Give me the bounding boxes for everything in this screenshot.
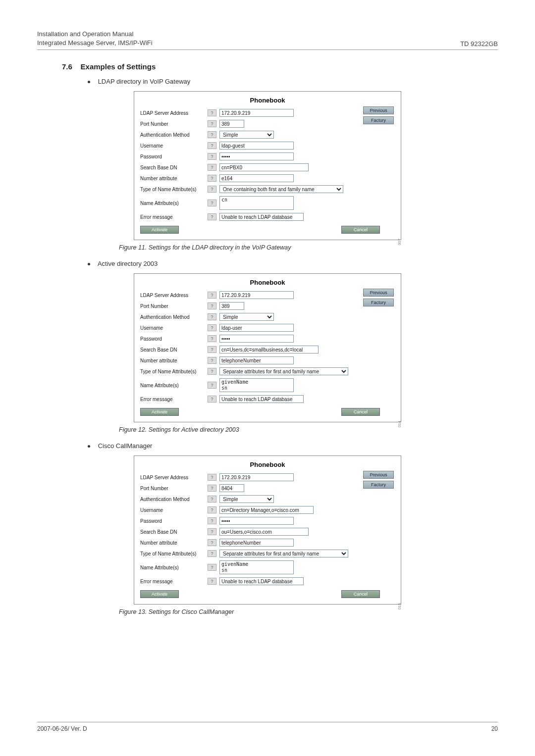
auth-label: Authentication Method <box>140 314 205 320</box>
ldap-server-label: LDAP Server Address <box>140 110 205 116</box>
number-attr-input[interactable] <box>219 356 294 364</box>
type-name-attr-select[interactable]: Separate attributes for first and family… <box>219 367 348 375</box>
phonebook-title: Phonebook <box>140 461 395 468</box>
help-icon[interactable]: ? <box>208 335 216 342</box>
help-icon[interactable]: ? <box>208 550 216 557</box>
help-icon[interactable]: ? <box>208 120 216 127</box>
help-icon[interactable]: ? <box>208 578 216 585</box>
help-icon[interactable]: ? <box>208 292 216 299</box>
type-name-attr-label: Type of Name Attribute(s) <box>140 187 205 192</box>
name-attr-label: Name Attribute(s) <box>140 201 205 206</box>
username-label: Username <box>140 143 205 149</box>
auth-select[interactable]: Simple <box>219 495 274 503</box>
type-name-attr-select[interactable]: Separate attributes for first and family… <box>219 550 348 557</box>
name-attr-input[interactable]: givenName sn <box>219 378 294 392</box>
help-icon[interactable]: ? <box>208 496 216 503</box>
help-icon[interactable]: ? <box>208 528 216 535</box>
factory-button[interactable]: Factory <box>363 299 394 306</box>
bullet-dot-icon <box>88 263 90 265</box>
help-icon[interactable]: ? <box>208 324 216 331</box>
previous-button[interactable]: Previous <box>363 471 394 479</box>
ldap-server-input[interactable] <box>219 109 294 117</box>
help-icon[interactable]: ? <box>208 382 216 389</box>
page: Installation and Operation Manual Integr… <box>0 0 535 756</box>
phonebook-title: Phonebook <box>140 97 395 104</box>
activate-button[interactable]: Activate <box>140 590 179 598</box>
error-msg-label: Error message <box>140 214 205 220</box>
search-base-input[interactable] <box>219 528 309 536</box>
search-base-label: Search Base DN <box>140 165 205 170</box>
help-icon[interactable]: ? <box>208 213 216 220</box>
port-label: Port Number <box>140 486 205 491</box>
password-input[interactable] <box>219 517 294 525</box>
help-icon[interactable]: ? <box>208 564 216 571</box>
username-input[interactable] <box>219 324 294 332</box>
help-icon[interactable]: ? <box>208 142 216 149</box>
help-icon[interactable]: ? <box>208 313 216 320</box>
port-input[interactable] <box>219 120 244 128</box>
help-icon[interactable]: ? <box>208 175 216 182</box>
previous-button[interactable]: Previous <box>363 106 394 114</box>
figure-13-caption: Figure 13. Settings for Cisco CallManage… <box>119 608 498 615</box>
cancel-button[interactable]: Cancel <box>341 590 380 598</box>
name-attr-input[interactable]: givenName sn <box>219 560 294 574</box>
activate-button[interactable]: Activate <box>140 408 179 416</box>
ldap-server-input[interactable] <box>219 291 294 299</box>
help-icon[interactable]: ? <box>208 346 216 353</box>
factory-button[interactable]: Factory <box>363 481 394 489</box>
number-attr-input[interactable] <box>219 174 294 182</box>
type-name-attr-label: Type of Name Attribute(s) <box>140 369 205 374</box>
figure-12-caption: Figure 12. Settings for Active directory… <box>119 426 498 433</box>
help-icon[interactable]: ? <box>208 302 216 309</box>
section-title: 7.6 Examples of Settings <box>62 62 498 71</box>
ldap-server-input[interactable] <box>219 473 294 481</box>
header-line1: Installation and Operation Manual <box>37 30 153 39</box>
help-icon[interactable]: ? <box>208 506 216 513</box>
port-input[interactable] <box>219 302 244 310</box>
search-base-input[interactable] <box>219 163 309 171</box>
cancel-button[interactable]: Cancel <box>341 408 380 416</box>
username-input[interactable] <box>219 142 294 150</box>
port-label: Port Number <box>140 303 205 309</box>
help-icon[interactable]: ? <box>208 517 216 524</box>
error-msg-field <box>219 395 304 403</box>
port-input[interactable] <box>219 484 244 492</box>
help-icon[interactable]: ? <box>208 357 216 364</box>
cancel-button[interactable]: Cancel <box>341 226 380 234</box>
help-icon[interactable]: ? <box>208 200 216 206</box>
help-icon[interactable]: ? <box>208 131 216 138</box>
help-icon[interactable]: ? <box>208 368 216 375</box>
help-icon[interactable]: ? <box>208 396 216 403</box>
help-icon[interactable]: ? <box>208 164 216 171</box>
image-code: 014 <box>397 421 402 427</box>
help-icon[interactable]: ? <box>208 186 216 193</box>
number-attr-label: Number attribute <box>140 540 205 546</box>
auth-select[interactable]: Simple <box>219 313 274 321</box>
password-input[interactable] <box>219 335 294 343</box>
factory-button[interactable]: Factory <box>363 116 394 124</box>
bullet-dot-icon <box>88 445 90 448</box>
previous-button[interactable]: Previous <box>363 289 394 297</box>
search-base-input[interactable] <box>219 346 319 353</box>
help-icon[interactable]: ? <box>208 109 216 116</box>
auth-select[interactable]: Simple <box>219 131 274 139</box>
password-input[interactable] <box>219 152 294 160</box>
help-icon[interactable]: ? <box>208 153 216 160</box>
search-base-label: Search Base DN <box>140 529 205 535</box>
activate-button[interactable]: Activate <box>140 226 179 234</box>
number-attr-input[interactable] <box>219 539 294 547</box>
section-number: 7.6 <box>62 62 72 71</box>
ldap-server-label: LDAP Server Address <box>140 293 205 298</box>
help-icon[interactable]: ? <box>208 474 216 481</box>
type-name-attr-select[interactable]: One containing both first and family nam… <box>219 185 343 193</box>
help-icon[interactable]: ? <box>208 485 216 492</box>
bullet-1: LDAP directory in VoIP Gateway <box>88 78 498 85</box>
ldap-server-label: LDAP Server Address <box>140 475 205 480</box>
bullet-dot-icon <box>88 81 90 83</box>
name-attr-input[interactable]: cn <box>219 196 294 210</box>
username-input[interactable] <box>219 506 314 514</box>
error-msg-field <box>219 213 304 221</box>
port-label: Port Number <box>140 121 205 127</box>
section-title-text: Examples of Settings <box>81 62 156 71</box>
help-icon[interactable]: ? <box>208 539 216 546</box>
